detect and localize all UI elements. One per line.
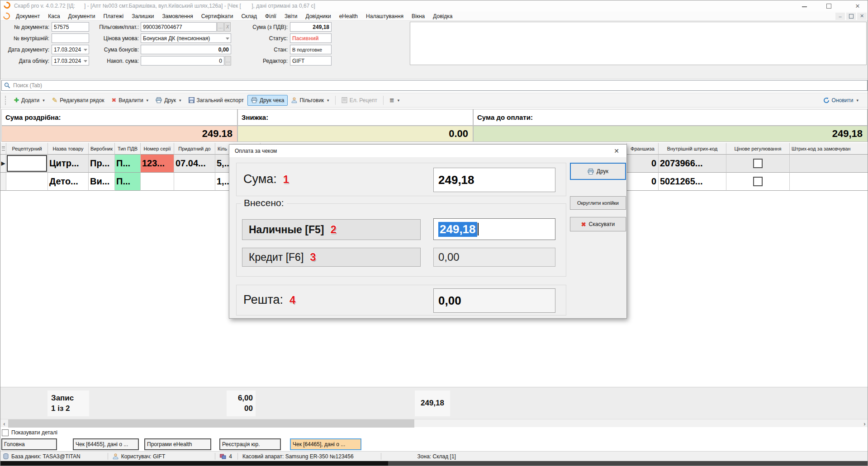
- menu-directories[interactable]: Довідники: [301, 12, 335, 21]
- restore-icon[interactable]: [826, 4, 831, 9]
- menu-warehouse[interactable]: Склад: [237, 12, 261, 21]
- cell-price-reg-2[interactable]: [726, 173, 790, 191]
- cell-name-2[interactable]: Дето...: [48, 173, 89, 191]
- cell-barcode-2[interactable]: 5021265...: [659, 173, 726, 191]
- cell-expiry-1[interactable]: 07.04...: [174, 155, 215, 173]
- menu-orders[interactable]: Замовлення: [158, 12, 197, 21]
- menu-stock[interactable]: Залишки: [128, 12, 158, 21]
- menu-documents[interactable]: Документи: [64, 12, 100, 21]
- account-date-combo[interactable]: 17.03.2024: [52, 56, 89, 66]
- cell-recipe-2[interactable]: [6, 173, 48, 191]
- menu-certificates[interactable]: Сертифікати: [197, 12, 237, 21]
- menu-reports[interactable]: Звіти: [280, 12, 302, 21]
- grid-menu-icon[interactable]: [2, 146, 5, 151]
- beneficiary-field[interactable]: 9900367004677: [141, 22, 217, 32]
- bonus-sum-field[interactable]: 0,00: [141, 45, 231, 54]
- beneficiary-button[interactable]: Пільговик ▾: [288, 95, 332, 106]
- edit-row-button[interactable]: ✎ Редагувати рядок: [48, 95, 108, 106]
- general-export-button[interactable]: Загальний експорт: [185, 95, 247, 106]
- beneficiary-ellipsis-button[interactable]: …: [217, 22, 224, 32]
- beneficiary-clear-button[interactable]: X: [224, 22, 231, 32]
- scroll-left-icon[interactable]: ‹: [0, 419, 8, 428]
- menu-ehealth[interactable]: eHealth: [335, 12, 362, 21]
- col-header-name[interactable]: Назва товару: [48, 143, 89, 155]
- cell-series-2[interactable]: [141, 173, 174, 191]
- menu-document[interactable]: Документ: [12, 12, 44, 21]
- col-header-franchise[interactable]: Франшиза: [627, 143, 659, 155]
- close-window-icon[interactable]: ✕: [851, 0, 864, 12]
- doc-number-field[interactable]: 57575: [52, 22, 89, 32]
- dialog-titlebar[interactable]: Оплата за чеком ✕: [229, 145, 626, 158]
- cell-recipe-1[interactable]: [6, 155, 48, 173]
- cell-vat-1[interactable]: П...: [115, 155, 141, 173]
- internal-number-field[interactable]: [52, 33, 89, 43]
- refresh-button[interactable]: Оновити ▾: [820, 95, 862, 106]
- cash-input[interactable]: 249,18: [433, 218, 555, 240]
- round-kopecks-button[interactable]: Округлити копійки: [570, 196, 626, 210]
- cell-price-reg-1[interactable]: [726, 155, 790, 173]
- col-header-barcode[interactable]: Внутрішній штрих-код: [659, 143, 726, 155]
- add-button[interactable]: ✚ Додати ▾: [10, 95, 48, 106]
- menu-help[interactable]: Довідка: [429, 12, 456, 21]
- cell-name-1[interactable]: Цитр...: [48, 155, 89, 173]
- col-header-vat[interactable]: Тип ПДВ: [115, 143, 141, 155]
- tab-receipt-64455[interactable]: Чек [64455], дані о ...: [73, 438, 139, 450]
- doc-date-combo[interactable]: 17.03.2024: [52, 45, 89, 54]
- scroll-right-icon[interactable]: ›: [861, 419, 868, 428]
- cell-default-barcode-1[interactable]: [790, 155, 868, 173]
- cell-vendor-2[interactable]: Ви...: [89, 173, 115, 191]
- menu-kasa[interactable]: Каса: [44, 12, 64, 21]
- col-header-recipe[interactable]: Рецептурний: [6, 143, 48, 155]
- col-header-series[interactable]: Номер серії: [141, 143, 174, 155]
- tab-ehealth-programs[interactable]: Програми eHealth: [144, 438, 211, 450]
- price-condition-combo[interactable]: Бонусная ДК (пенсионная): [141, 33, 231, 43]
- tab-main[interactable]: Головна: [1, 438, 57, 450]
- cell-series-1[interactable]: 123...: [141, 155, 174, 173]
- print-receipt-button[interactable]: Друк чека: [247, 95, 288, 106]
- search-input[interactable]: Поиск (Tab): [1, 80, 868, 91]
- show-details-checkbox[interactable]: [2, 429, 9, 436]
- menu-settings[interactable]: Налаштування: [362, 12, 408, 21]
- horizontal-scrollbar[interactable]: ‹ ›: [0, 419, 868, 427]
- price-reg-checkbox[interactable]: [753, 159, 763, 168]
- tab-receipt-64465[interactable]: Чек [64465], дані о ...: [290, 438, 361, 450]
- row-marker-cell[interactable]: [0, 173, 6, 191]
- cancel-button[interactable]: ✖ Скасувати: [570, 217, 626, 231]
- col-header-default-barcode[interactable]: Штрих-код за замовчуван: [790, 143, 868, 155]
- cell-franchise-2[interactable]: 0: [627, 173, 659, 191]
- row-marker-cell[interactable]: ▶: [0, 155, 6, 173]
- print-button[interactable]: Друк ▾: [152, 95, 185, 106]
- mdi-minimize-icon[interactable]: –: [835, 13, 845, 20]
- cell-franchise-1[interactable]: 0: [627, 155, 659, 173]
- menu-branches[interactable]: Філії: [261, 12, 280, 21]
- list-options-button[interactable]: ≣ ▾: [386, 95, 403, 105]
- dialog-print-button[interactable]: Друк: [570, 163, 626, 180]
- cell-expiry-2[interactable]: [174, 173, 215, 191]
- price-reg-checkbox[interactable]: [753, 177, 763, 186]
- scrollbar-thumb[interactable]: [8, 419, 414, 428]
- chevron-down-icon[interactable]: [84, 49, 87, 51]
- accum-ellipsis-button[interactable]: …: [225, 56, 231, 66]
- menu-windows[interactable]: Вікна: [408, 12, 429, 21]
- cell-vat-2[interactable]: П...: [115, 173, 141, 191]
- col-header-expiry[interactable]: Придатний до: [174, 143, 215, 155]
- menu-payments[interactable]: Платежі: [100, 12, 128, 21]
- cell-barcode-1[interactable]: 2073966...: [659, 155, 726, 173]
- cell-default-barcode-2[interactable]: [790, 173, 868, 191]
- erecipe-button[interactable]: Ел. Рецепт: [338, 95, 381, 106]
- cell-vendor-1[interactable]: Пр...: [89, 155, 115, 173]
- mdi-restore-icon[interactable]: [846, 13, 856, 20]
- col-header-vendor[interactable]: Виробник: [89, 143, 115, 155]
- dialog-close-icon[interactable]: ✕: [614, 147, 619, 155]
- accum-sum-field[interactable]: 0: [141, 56, 224, 66]
- credit-button[interactable]: Кредит [F6] 3: [242, 248, 421, 267]
- cash-button[interactable]: Наличные [F5] 2: [242, 219, 421, 240]
- chevron-down-icon[interactable]: [84, 60, 87, 62]
- mdi-close-icon[interactable]: ✕: [857, 13, 867, 20]
- tab-registration[interactable]: Реєстрація юр.: [219, 438, 281, 450]
- delete-button[interactable]: ✖ Видалити ▾: [108, 95, 152, 106]
- notes-box[interactable]: [410, 22, 867, 65]
- chevron-down-icon[interactable]: [226, 38, 229, 40]
- col-header-price-reg[interactable]: Цінове регулювання: [726, 143, 790, 155]
- credit-input[interactable]: 0,00: [433, 248, 555, 267]
